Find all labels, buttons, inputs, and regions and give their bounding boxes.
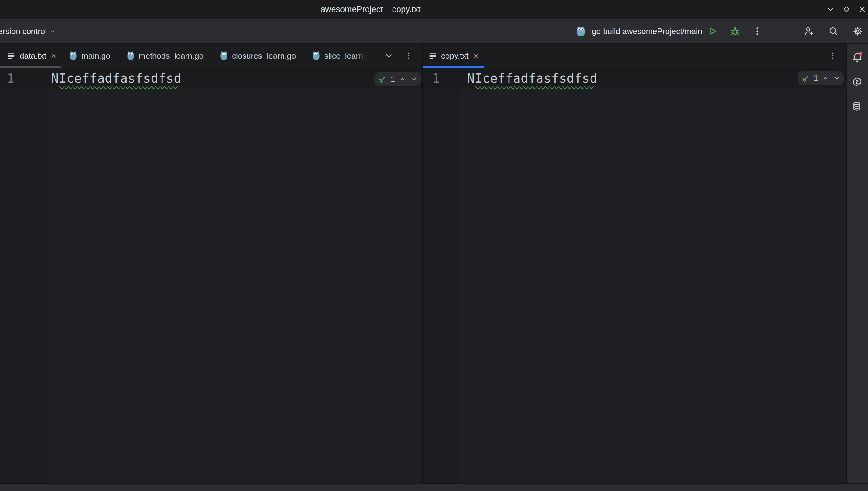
tab-methods-learn-go[interactable]: methods_learn.go: [119, 44, 212, 68]
editor-pane-left[interactable]: 1 NIceffadfasfsdfsd 1: [0, 68, 422, 483]
search-icon[interactable]: [828, 26, 839, 36]
gutter: [423, 68, 459, 483]
inspection-widget[interactable]: 1: [374, 73, 421, 86]
tab-label: slice_learn.go: [324, 51, 368, 61]
go-gopher-icon: [220, 51, 228, 60]
tab-closures-learn-go[interactable]: closures_learn.go: [212, 44, 304, 68]
next-chevron-icon[interactable]: [410, 76, 417, 83]
go-gopher-icon: [127, 51, 135, 60]
tab-options-kebab-icon[interactable]: [828, 51, 837, 60]
notifications-bell-icon[interactable]: [851, 51, 863, 63]
typo-check-icon: [378, 75, 387, 84]
window-title: awesomeProject – copy.txt: [320, 0, 421, 19]
tab-slice-learn-go[interactable]: slice_learn.go: [304, 44, 376, 68]
main-toolbar: ersion control go build awesomeProject/m…: [0, 19, 868, 44]
text-file-icon: [428, 52, 437, 60]
go-run-config-gopher-icon[interactable]: [576, 26, 586, 36]
inspection-count: 1: [391, 75, 395, 84]
tab-main-go[interactable]: main.go: [61, 44, 119, 68]
run-config-label[interactable]: go build awesomeProject/main: [592, 19, 702, 43]
editor-pane-right[interactable]: 1 NIceffadfasfsdfsd 1: [423, 68, 845, 483]
debug-bug-icon[interactable]: [730, 26, 740, 36]
tab-label: closures_learn.go: [232, 51, 296, 61]
text-file-icon: [7, 52, 16, 60]
settings-gear-icon[interactable]: [852, 26, 863, 36]
next-chevron-icon[interactable]: [833, 75, 841, 82]
chevron-down-icon: [49, 28, 56, 35]
database-icon[interactable]: [851, 101, 863, 113]
gutter: [0, 68, 49, 483]
more-kebab-icon[interactable]: [752, 26, 763, 36]
typo-squiggle: [474, 85, 594, 89]
editor-line-text[interactable]: NIceffadfasfsdfsd: [467, 69, 597, 87]
go-gopher-icon: [69, 51, 77, 60]
chevron-down-icon[interactable]: [689, 28, 696, 35]
left-pane-tabs: data.txt main.go: [0, 44, 413, 68]
restore-diamond-icon[interactable]: [842, 5, 850, 13]
right-tool-stripe: [846, 44, 868, 483]
typo-squiggle: [59, 85, 178, 89]
minimize-chevron-icon[interactable]: [827, 5, 835, 13]
gutter-divider: [459, 68, 459, 483]
close-tab-icon[interactable]: [472, 52, 480, 60]
add-user-icon[interactable]: [804, 26, 814, 36]
tab-label: data.txt: [20, 51, 46, 61]
version-control-widget[interactable]: ersion control: [0, 19, 56, 43]
tab-label: copy.txt: [441, 51, 469, 61]
right-pane-tabs: copy.txt: [423, 44, 484, 68]
close-icon[interactable]: [858, 5, 866, 13]
tab-copy-txt[interactable]: copy.txt: [423, 44, 484, 68]
tab-label: main.go: [82, 51, 111, 61]
ai-assistant-swirl-icon[interactable]: [851, 76, 863, 88]
close-tab-icon[interactable]: [50, 52, 57, 60]
line-number: 1: [432, 69, 440, 87]
version-control-label: ersion control: [0, 27, 47, 36]
editor-tab-bar: data.txt main.go: [0, 44, 868, 68]
gutter-divider: [49, 68, 49, 483]
line-number: 1: [7, 69, 14, 87]
tab-label: methods_learn.go: [139, 51, 204, 61]
tab-options-kebab-icon[interactable]: [404, 51, 413, 60]
typo-check-icon: [801, 74, 810, 83]
inspection-widget[interactable]: 1: [798, 71, 844, 85]
run-play-icon[interactable]: [707, 26, 718, 36]
pane-splitter[interactable]: [422, 44, 423, 483]
hidden-tabs-chevron-icon[interactable]: [384, 51, 394, 60]
status-bar: [0, 483, 868, 491]
editor-line-text[interactable]: NIceffadfasfsdfsd: [51, 69, 182, 87]
go-gopher-icon: [312, 51, 320, 60]
prev-chevron-icon[interactable]: [822, 75, 829, 82]
prev-chevron-icon[interactable]: [399, 76, 406, 83]
titlebar: awesomeProject – copy.txt: [0, 0, 868, 19]
tab-data-txt[interactable]: data.txt: [0, 44, 61, 68]
inspection-count: 1: [814, 74, 818, 83]
editor-area: 1 NIceffadfasfsdfsd 1 1 NIceffadfasfsdfs…: [0, 68, 868, 483]
